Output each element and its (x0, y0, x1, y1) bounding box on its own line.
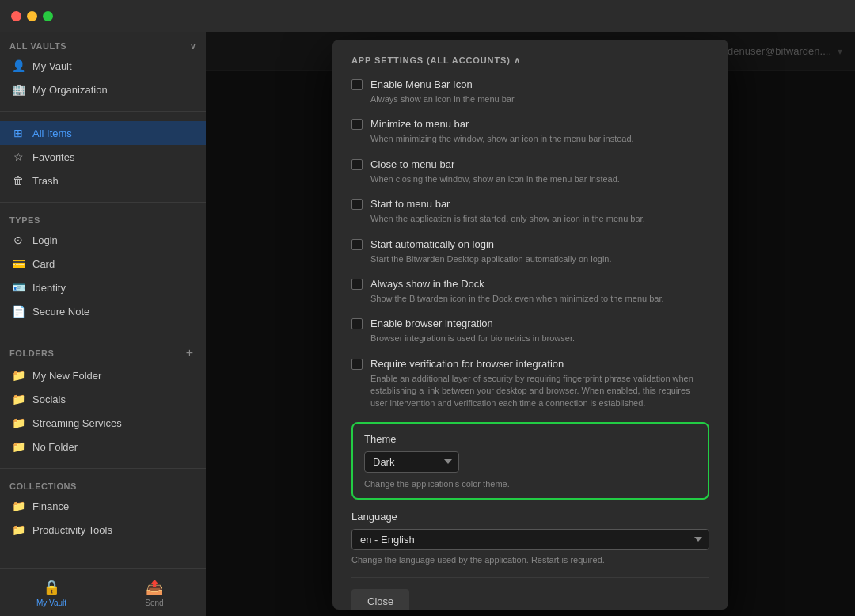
setting-close-to-menu: Close to menu bar When closing the windo… (352, 158, 709, 185)
sidebar-item-finance[interactable]: 📁 Finance (0, 494, 206, 518)
add-folder-button[interactable]: + (183, 346, 196, 360)
identity-icon: 🪪 (11, 281, 25, 294)
streaming-services-label: Streaming Services (32, 417, 122, 429)
sidebar-item-socials[interactable]: 📁 Socials (0, 387, 206, 411)
sidebar-item-favorites[interactable]: ☆ Favorites (0, 145, 206, 169)
finance-icon: 📁 (11, 500, 25, 512)
sidebar-item-no-folder[interactable]: 📁 No Folder (0, 435, 206, 458)
setting-always-show-dock: Always show in the Dock Show the Bitward… (352, 278, 709, 305)
minimize-menu-label: Minimize to menu bar (370, 118, 469, 130)
language-section: Language en - English de - German fr - F… (352, 511, 709, 565)
language-select[interactable]: en - English de - German fr - French es … (352, 529, 709, 550)
browser-integration-label: Enable browser integration (370, 318, 493, 329)
favorites-icon: ☆ (11, 150, 25, 163)
types-label: TYPES (10, 215, 40, 225)
favorites-label: Favorites (32, 151, 74, 163)
start-menu-checkbox[interactable] (352, 199, 363, 210)
bottom-nav: 🔒 My Vault 📤 Send (0, 568, 206, 616)
start-login-desc: Start the Bitwarden Desktop application … (370, 253, 709, 265)
divider-3 (0, 333, 206, 333)
browser-integration-checkbox[interactable] (352, 318, 363, 329)
sidebar-item-my-organization[interactable]: 🏢 My Organization (0, 78, 206, 101)
folders-header[interactable]: FOLDERS + (0, 343, 206, 363)
sidebar-item-my-new-folder[interactable]: 📁 My New Folder (0, 363, 206, 387)
org-icon: 🏢 (11, 83, 25, 96)
sidebar-item-secure-note[interactable]: 📄 Secure Note (0, 299, 206, 323)
card-icon: 💳 (11, 257, 25, 270)
modal-divider (352, 577, 709, 578)
my-organization-label: My Organization (32, 84, 108, 96)
theme-label: Theme (364, 433, 697, 445)
main-content: Bi bitwardenuser@bitwarden.... ▾ warden … (206, 32, 855, 616)
secure-note-label: Secure Note (32, 306, 89, 318)
setting-enable-menu-bar-icon: Enable Menu Bar Icon Always show an icon… (352, 78, 709, 105)
sidebar-item-login[interactable]: ⊙ Login (0, 228, 206, 252)
no-folder-icon: 📁 (11, 440, 25, 453)
productivity-icon: 📁 (11, 523, 25, 536)
always-dock-label: Always show in the Dock (370, 278, 484, 290)
types-header: TYPES (0, 212, 206, 228)
start-login-checkbox[interactable] (352, 239, 363, 250)
close-button[interactable] (11, 11, 21, 21)
close-menu-label: Close to menu bar (370, 158, 454, 170)
browser-integration-desc: Browser integration is used for biometri… (370, 333, 709, 344)
minimize-menu-checkbox[interactable] (352, 119, 363, 130)
setting-minimize-to-menu: Minimize to menu bar When minimizing the… (352, 118, 709, 145)
login-label: Login (32, 234, 58, 246)
start-menu-desc: When the application is first started, o… (370, 213, 709, 225)
close-button[interactable]: Close (352, 589, 409, 610)
divider-2 (0, 202, 206, 203)
sidebar-item-card[interactable]: 💳 Card (0, 252, 206, 276)
setting-browser-integration: Enable browser integration Browser integ… (352, 318, 709, 344)
folders-section: FOLDERS + 📁 My New Folder 📁 Socials 📁 St… (0, 337, 206, 465)
all-vaults-header[interactable]: ALL VAULTS ∨ (0, 38, 206, 54)
collections-header: COLLECTIONS (0, 478, 206, 494)
streaming-folder-icon: 📁 (11, 416, 25, 429)
bottom-nav-send-label: Send (145, 599, 163, 607)
close-menu-checkbox[interactable] (352, 159, 363, 170)
enable-menu-bar-label: Enable Menu Bar Icon (370, 78, 473, 90)
finance-label: Finance (32, 500, 69, 512)
folder-icon: 📁 (11, 369, 25, 382)
start-menu-label: Start to menu bar (370, 198, 450, 210)
all-items-label: All Items (32, 127, 72, 139)
bottom-nav-vault-label: My Vault (36, 599, 66, 607)
items-section: ⊞ All Items ☆ Favorites 🗑 Trash (0, 115, 206, 199)
sidebar-item-all-items[interactable]: ⊞ All Items (0, 121, 206, 145)
minimize-button[interactable] (27, 11, 37, 21)
collections-label: COLLECTIONS (10, 481, 77, 491)
sidebar-item-my-vault[interactable]: 👤 My Vault (0, 54, 206, 78)
collections-section: COLLECTIONS 📁 Finance 📁 Productivity Too… (0, 472, 206, 548)
always-dock-checkbox[interactable] (352, 279, 363, 290)
sidebar-item-trash[interactable]: 🗑 Trash (0, 169, 206, 192)
productivity-tools-label: Productivity Tools (32, 524, 112, 536)
sidebar: ALL VAULTS ∨ 👤 My Vault 🏢 My Organizatio… (0, 32, 206, 616)
card-label: Card (32, 258, 55, 270)
modal-title: APP SETTINGS (ALL ACCOUNTS) ∧ (352, 55, 709, 66)
note-icon: 📄 (11, 305, 25, 318)
sidebar-item-streaming-services[interactable]: 📁 Streaming Services (0, 411, 206, 435)
maximize-button[interactable] (43, 11, 53, 21)
socials-label: Socials (32, 394, 66, 405)
app-container: ALL VAULTS ∨ 👤 My Vault 🏢 My Organizatio… (0, 32, 855, 616)
types-section: TYPES ⊙ Login 💳 Card 🪪 Identity 📄 Secure… (0, 206, 206, 329)
always-dock-desc: Show the Bitwarden icon in the Dock even… (370, 293, 709, 305)
minimize-menu-desc: When minimizing the window, show an icon… (370, 133, 709, 145)
my-vault-label: My Vault (32, 60, 72, 72)
sidebar-item-productivity-tools[interactable]: 📁 Productivity Tools (0, 518, 206, 542)
folders-label: FOLDERS (10, 348, 54, 358)
verification-checkbox[interactable] (352, 359, 363, 370)
sidebar-item-identity[interactable]: 🪪 Identity (0, 276, 206, 299)
trash-label: Trash (32, 175, 59, 187)
enable-menu-bar-checkbox[interactable] (352, 79, 363, 90)
language-desc: Change the language used by the applicat… (352, 555, 709, 565)
bottom-nav-my-vault[interactable]: 🔒 My Vault (0, 569, 103, 616)
verification-desc: Enable an additional layer of security b… (370, 373, 709, 409)
enable-menu-bar-desc: Always show an icon in the menu bar. (370, 93, 709, 105)
theme-select[interactable]: Dark Default Solarized Dark Nord (364, 451, 459, 473)
bottom-nav-send[interactable]: 📤 Send (103, 569, 206, 616)
title-bar (0, 0, 855, 32)
language-label: Language (352, 511, 709, 523)
vault-nav-icon: 🔒 (43, 579, 60, 596)
settings-modal: APP SETTINGS (ALL ACCOUNTS) ∧ Enable Men… (332, 40, 728, 610)
